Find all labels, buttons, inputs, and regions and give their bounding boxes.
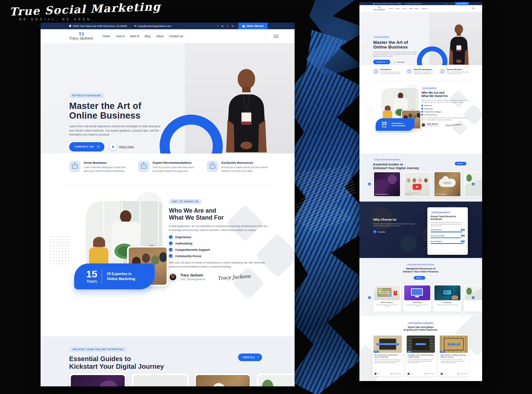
guides-badge: UNLOCK YOUR ONLINE POTENTIAL — [69, 347, 128, 352]
blog-card-apps-review[interactable]: SCAN = EMAIL Blog Top 5 Mobile Scan to E… — [406, 335, 436, 377]
bullet-community: Community Focus — [421, 114, 470, 116]
features-row: Grow Business Learn essential strategies… — [41, 153, 295, 173]
nav-item-contact[interactable]: Contact Us — [422, 8, 428, 9]
guide-card-image: Podcast Production — [71, 375, 125, 386]
metrics-intro: Our commitment to quality and integrity … — [431, 222, 465, 227]
feature-exclusive-resources: Exclusive Resources Access an in-depth e… — [440, 69, 469, 74]
carousel-prev-arrow[interactable]: ‹ — [368, 183, 371, 185]
nav-item-about[interactable]: About — [415, 8, 419, 9]
metric-value-chip: 96% — [461, 241, 465, 242]
twitter-icon[interactable]: ➣ — [449, 3, 450, 4]
guides-view-all-button[interactable]: VIEW ALL — [455, 162, 466, 165]
watch-video-link[interactable]: Watch Video — [119, 145, 134, 148]
resource-card-hosting-sites[interactable]: Hosting Sites Thinking of Starting Your … — [434, 285, 461, 312]
desktop-screenshot-frame: 15501 San Pablo Ave #165 Richmond, CA 94… — [41, 23, 295, 386]
guide-card-seo[interactable]: SEO SEO for Bloggers — [194, 373, 251, 386]
site-logo[interactable]: TJ Tracy Jackson — [69, 32, 93, 40]
hamburger-menu-icon[interactable] — [472, 8, 474, 9]
nav-item-how-to[interactable]: How to — [116, 35, 124, 38]
blog-card-vs-traditional[interactable]: SCAN TO EMAIL Blog Scan to Email vs. Tra… — [439, 335, 469, 377]
presentation-board-icon — [138, 161, 149, 172]
blog-card-title: Scan to Email vs. Traditional Scanning: … — [441, 354, 467, 358]
play-icon[interactable] — [393, 60, 396, 64]
brand-tagline: BE SOCIAL, BE SEEN. — [19, 18, 161, 21]
nav-item-blog[interactable]: Blog — [410, 8, 412, 9]
why-choose-us-section: Why Choose Us We provide reliable, thoro… — [359, 202, 482, 258]
watch-video-control[interactable]: Watch Video — [110, 144, 134, 150]
instagram-icon[interactable]: ◎ — [221, 25, 224, 28]
carousel-next-arrow[interactable]: › — [472, 183, 474, 185]
guide-card-partial[interactable] — [257, 373, 295, 386]
free-ebook-button[interactable]: FREE EBOOK — [455, 2, 469, 5]
nav-item-best-of[interactable]: Best of — [403, 8, 407, 9]
guide-card-youtube[interactable]: How to Start a YouTube Channel — [403, 171, 431, 197]
plant-graphic — [466, 174, 472, 182]
arrow-circle-icon — [169, 242, 173, 245]
facebook-icon[interactable]: f — [445, 3, 445, 4]
topbar-email[interactable]: tracy@marketingamateur.com — [134, 25, 171, 28]
blog-author: Tracy — [441, 373, 446, 375]
why-watch-video-control[interactable]: Watch Video — [373, 230, 417, 234]
nav-item-home[interactable]: Home — [103, 35, 110, 38]
resource-card-image: Webinar 7 — [374, 285, 400, 300]
topbar-email[interactable]: tracy@marketingamateur.com — [405, 3, 423, 4]
resource-card-webinar[interactable]: Webinar 7 Webinar Platforms Webinars Are… — [373, 285, 401, 312]
guide-card-podcast[interactable]: Podcast Production — [69, 373, 126, 386]
free-ebook-button[interactable]: FREE EBOOK — [238, 23, 268, 29]
nav-item-blog[interactable]: Blog — [145, 35, 150, 38]
carousel-prev-arrow[interactable]: ‹ — [368, 296, 371, 299]
email-text[interactable]: tracy@marketingamateur.com — [406, 3, 422, 4]
guide-card-seo[interactable]: SEO SEO for Bloggers — [434, 171, 461, 197]
view-all-label: VIEW ALL — [243, 356, 255, 358]
experience-badge: 15 Years Of Expertise in Online Marketin… — [376, 118, 415, 131]
feature-title: Grow Business — [84, 161, 131, 164]
nav-item-about[interactable]: About — [156, 35, 163, 38]
contact-us-button[interactable]: CONTACT US — [373, 60, 390, 64]
hamburger-menu-icon[interactable] — [274, 35, 279, 38]
yelp-icon[interactable]: ✳ — [452, 3, 453, 4]
guides-heading-block: UNLOCK YOUR ONLINE POTENTIAL Essential G… — [69, 345, 164, 370]
progress-fill — [431, 232, 462, 232]
carousel-next-arrow[interactable]: › — [472, 296, 474, 299]
why-watch-link[interactable]: Watch Video — [378, 231, 385, 232]
play-icon[interactable] — [110, 144, 116, 150]
author-name: Tracy Jackson — [427, 123, 439, 125]
yelp-icon[interactable]: ✳ — [232, 25, 234, 28]
nav-item-how-to[interactable]: How to — [396, 8, 400, 9]
metric-label: Positive Feedback — [431, 241, 442, 242]
guides-view-all-button[interactable]: VIEW ALL — [238, 353, 262, 361]
blog-card-image: SCAN TO EMAIL Blog — [440, 336, 468, 353]
badge-divider — [102, 269, 102, 284]
site-logo-name: Tracy Jackson — [373, 9, 385, 11]
guide-card-podcast[interactable]: Podcast Production — [373, 171, 401, 197]
feature-expert-recommendations: Expert Recommendations Find top product … — [138, 161, 200, 173]
watch-video-control[interactable]: Watch Video — [393, 60, 404, 64]
email-text[interactable]: tracy@marketingamateur.com — [138, 25, 171, 28]
nav-item-home[interactable]: Home — [389, 8, 393, 9]
author-name: Tracy Jackson — [180, 273, 205, 277]
arrow-right-icon — [257, 356, 259, 359]
resources-view-all-button[interactable]: VIEW ALL — [414, 276, 425, 280]
bullet-authenticity: Authenticity — [421, 108, 470, 109]
blog-date: October 9, 2024 — [425, 373, 434, 374]
nav-item-best-of[interactable]: Best of — [130, 35, 139, 38]
facebook-icon[interactable]: f — [218, 25, 218, 28]
site-logo[interactable]: TJ Tracy Jackson — [373, 7, 385, 11]
instagram-icon[interactable]: ◎ — [447, 3, 448, 4]
play-icon[interactable] — [373, 230, 377, 234]
topbar: 15501 San Pablo Ave #165 Richmond, CA 94… — [41, 23, 295, 29]
contact-us-button[interactable]: CONTACT US — [69, 142, 104, 151]
view-all-label: VIEW ALL — [416, 277, 422, 278]
about-copy: GET TO KNOW US Who We Are and What We St… — [169, 198, 271, 281]
arrow-right-icon — [464, 163, 465, 164]
bullet-label: Experience — [425, 105, 432, 106]
contact-us-label: CONTACT US — [74, 145, 94, 148]
watch-video-link[interactable]: Watch Video — [397, 61, 405, 62]
nav-item-contact[interactable]: Contact Us — [169, 35, 183, 38]
resource-card-web-hosting[interactable]: Web Hosting You Must Be Looking for the … — [403, 285, 431, 312]
section-divider — [64, 186, 271, 186]
twitter-icon[interactable]: ➣ — [226, 25, 228, 28]
about-bullets: Experience Authenticity Comprehensive Su… — [169, 235, 271, 258]
blog-card-setup-guide[interactable]: SCAN TO EMAIL PRINTER SETUP Blog How to … — [372, 335, 403, 377]
guide-card-youtube[interactable]: How to Start a YouTube Channel — [132, 373, 189, 386]
